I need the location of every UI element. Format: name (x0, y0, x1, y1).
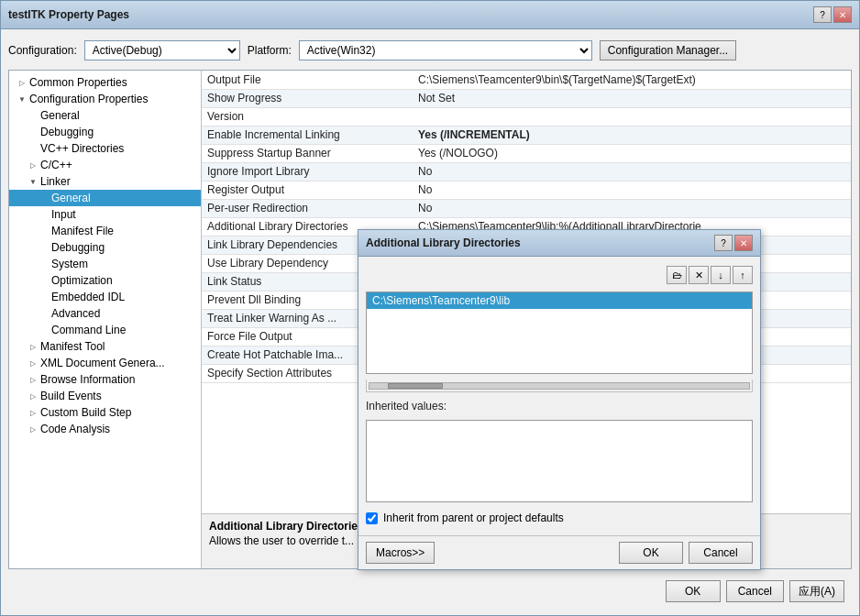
tree-item-linker-manifest-file[interactable]: Manifest File (9, 223, 201, 239)
ok-button[interactable]: OK (666, 580, 721, 602)
expand-icon-xml-document: ▷ (28, 359, 39, 368)
window-title: testITK Property Pages (8, 8, 129, 21)
prop-value: No (413, 162, 851, 181)
tree-label-browse-information: Browse Information (40, 373, 135, 386)
tree-item-manifest-tool[interactable]: ▷Manifest Tool (9, 338, 201, 355)
expand-icon-code-analysis: ▷ (28, 425, 39, 434)
table-row[interactable]: Output FileC:\Siemens\Teamcenter9\bin\$(… (202, 71, 851, 89)
tree-label-linker-input: Input (51, 208, 76, 221)
config-label: Configuration: (8, 44, 77, 57)
tree-label-linker-command-line: Command Line (51, 324, 126, 336)
table-row[interactable]: Suppress Startup BannerYes (/NOLOGO) (202, 144, 851, 162)
dialog-ok-button[interactable]: OK (619, 542, 683, 564)
inherit-checkbox[interactable] (366, 512, 378, 524)
tree-label-common-properties: Common Properties (29, 76, 127, 89)
dialog-cancel-button[interactable]: Cancel (689, 542, 753, 564)
move-up-button[interactable]: ↑ (733, 266, 753, 284)
tree-label-xml-document: XML Document Genera... (40, 357, 165, 369)
prop-name: Ignore Import Library (202, 162, 413, 181)
top-bar: Configuration: Active(Debug) Platform: A… (8, 37, 852, 64)
tree-label-build-events: Build Events (40, 390, 102, 402)
tree-item-build-events[interactable]: ▷Build Events (9, 388, 201, 404)
prop-value: Yes (/INCREMENTAL) (413, 126, 851, 144)
dialog-title-buttons: ? ✕ (714, 235, 753, 251)
platform-label: Platform: (248, 44, 292, 57)
tree-item-configuration-properties[interactable]: ▼Configuration Properties (9, 91, 201, 107)
prop-name: Suppress Startup Banner (202, 144, 413, 162)
scrollbar-thumb (388, 383, 443, 389)
table-row[interactable]: Enable Incremental LinkingYes (/INCREMEN… (202, 126, 851, 144)
tree-item-linker-debugging[interactable]: Debugging (9, 239, 201, 256)
tree-item-linker-optimization[interactable]: Optimization (9, 272, 201, 289)
dialog-close-button[interactable]: ✕ (734, 235, 753, 251)
new-item-button[interactable]: 🗁 (667, 266, 687, 284)
tree-item-custom-build-step[interactable]: ▷Custom Build Step (9, 404, 201, 421)
dialog-toolbar: 🗁 ✕ ↓ ↑ (366, 264, 753, 286)
tree-item-linker-embedded-idl[interactable]: Embedded IDL (9, 289, 201, 305)
tree-label-linker-embedded-idl: Embedded IDL (51, 291, 125, 303)
table-row[interactable]: Register OutputNo (202, 181, 851, 199)
expand-icon-custom-build-step: ▷ (28, 409, 39, 417)
macros-button[interactable]: Macros>> (366, 542, 435, 564)
table-row[interactable]: Version (202, 107, 851, 126)
tree-label-linker-debugging: Debugging (51, 241, 105, 254)
tree-label-linker-advanced: Advanced (51, 307, 100, 320)
prop-value: No (413, 199, 851, 217)
apply-button[interactable]: 应用(A) (789, 580, 844, 602)
tree-item-linker-general[interactable]: General (9, 190, 201, 206)
close-button[interactable]: ✕ (833, 6, 852, 23)
prop-name: Per-user Redirection (202, 199, 413, 217)
tree-panel: ▷Common Properties▼Configuration Propert… (9, 71, 202, 568)
new-folder-icon: 🗁 (672, 270, 682, 280)
tree-label-general: General (40, 109, 80, 122)
list-item[interactable]: C:\Siemens\Teamcenter9\lib (367, 292, 752, 309)
bottom-bar: OK Cancel 应用(A) (8, 575, 852, 608)
prop-value: Yes (/NOLOGO) (413, 144, 851, 162)
expand-icon-configuration-properties: ▼ (17, 95, 28, 104)
tree-item-general[interactable]: General (9, 107, 201, 124)
tree-item-linker-command-line[interactable]: Command Line (9, 322, 201, 338)
tree-item-linker-system[interactable]: System (9, 256, 201, 272)
platform-select[interactable]: Active(Win32) (299, 40, 592, 60)
tree-item-linker-input[interactable]: Input (9, 206, 201, 223)
tree-item-code-analysis[interactable]: ▷Code Analysis (9, 421, 201, 437)
table-row[interactable]: Show ProgressNot Set (202, 89, 851, 107)
prop-value (413, 107, 851, 126)
dialog-help-button[interactable]: ? (714, 235, 733, 251)
tree-label-code-analysis: Code Analysis (40, 423, 110, 435)
tree-label-debugging: Debugging (40, 126, 94, 138)
tree-item-browse-information[interactable]: ▷Browse Information (9, 371, 201, 388)
table-row[interactable]: Ignore Import LibraryNo (202, 162, 851, 181)
directory-list-box[interactable]: C:\Siemens\Teamcenter9\lib (366, 292, 753, 374)
tree-item-xml-document[interactable]: ▷XML Document Genera... (9, 355, 201, 371)
delete-icon: ✕ (695, 270, 703, 281)
tree-item-linker[interactable]: ▼Linker (9, 173, 201, 190)
tree-item-linker-advanced[interactable]: Advanced (9, 305, 201, 322)
tree-item-vc-directories[interactable]: VC++ Directories (9, 140, 201, 157)
tree-item-cpp[interactable]: ▷C/C++ (9, 157, 201, 173)
inherited-values-box (366, 420, 753, 502)
tree-label-manifest-tool: Manifest Tool (40, 340, 105, 353)
table-row[interactable]: Per-user RedirectionNo (202, 199, 851, 217)
scrollbar-track (369, 382, 750, 390)
tree-item-common-properties[interactable]: ▷Common Properties (9, 74, 201, 91)
move-down-button[interactable]: ↓ (711, 266, 731, 284)
inherit-checkbox-label: Inherit from parent or project defaults (383, 512, 564, 524)
dialog-buttons-bar: Macros>> OK Cancel (358, 535, 760, 569)
help-button[interactable]: ? (813, 6, 832, 23)
horizontal-scrollbar[interactable] (366, 380, 753, 392)
expand-icon-manifest-tool: ▷ (28, 343, 39, 351)
tree-label-linker-manifest-file: Manifest File (51, 225, 114, 237)
tree-label-linker-system: System (51, 258, 88, 270)
configuration-select[interactable]: Active(Debug) (84, 40, 240, 60)
title-bar: testITK Property Pages ? ✕ (1, 1, 859, 29)
prop-name: Output File (202, 71, 413, 89)
tree-label-cpp: C/C++ (40, 159, 72, 171)
prop-value: C:\Siemens\Teamcenter9\bin\$(TargetName)… (413, 71, 851, 89)
delete-item-button[interactable]: ✕ (689, 266, 709, 284)
inherit-checkbox-row: Inherit from parent or project defaults (366, 508, 753, 528)
cancel-button[interactable]: Cancel (726, 580, 784, 602)
tree-item-debugging[interactable]: Debugging (9, 124, 201, 140)
tree-label-linker-general: General (51, 192, 91, 204)
config-manager-button[interactable]: Configuration Manager... (600, 40, 736, 60)
